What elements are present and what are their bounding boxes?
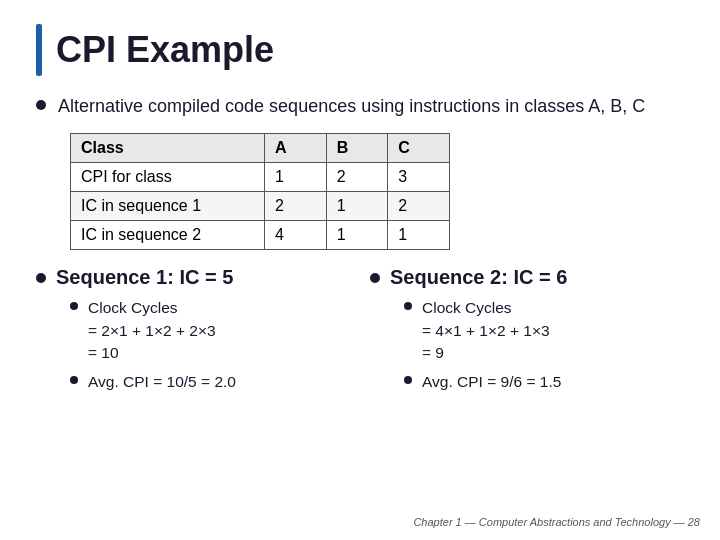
two-col-section: Sequence 1: IC = 5 Clock Cycles = 2×1 + … <box>36 266 684 399</box>
sequence1-col: Sequence 1: IC = 5 Clock Cycles = 2×1 + … <box>36 266 350 399</box>
seq2-sub-dot-1 <box>404 302 412 310</box>
row3-b: 1 <box>326 221 388 250</box>
bullet-dot <box>36 100 46 110</box>
seq2-bullet-dot <box>370 273 380 283</box>
seq1-clock-text: Clock Cycles = 2×1 + 1×2 + 2×3 = 10 <box>88 297 216 364</box>
title-bar: CPI Example <box>36 24 684 76</box>
sequence2-col: Sequence 2: IC = 6 Clock Cycles = 4×1 + … <box>370 266 684 399</box>
seq1-bullet-dot <box>36 273 46 283</box>
seq1-clock-bullet: Clock Cycles = 2×1 + 1×2 + 2×3 = 10 <box>70 297 350 364</box>
seq1-sub-dot-1 <box>70 302 78 310</box>
seq1-avg-bullet: Avg. CPI = 10/5 = 2.0 <box>70 371 350 393</box>
table-row: IC in sequence 2 4 1 1 <box>71 221 450 250</box>
seq1-header: Sequence 1: IC = 5 <box>36 266 350 289</box>
row2-label: IC in sequence 1 <box>71 192 265 221</box>
slide-title: CPI Example <box>56 29 274 71</box>
seq2-clock-text: Clock Cycles = 4×1 + 1×2 + 1×3 = 9 <box>422 297 550 364</box>
row1-label: CPI for class <box>71 163 265 192</box>
row2-c: 2 <box>388 192 450 221</box>
seq2-sub-bullets: Clock Cycles = 4×1 + 1×2 + 1×3 = 9 Avg. … <box>404 297 684 393</box>
seq2-avg-bullet: Avg. CPI = 9/6 = 1.5 <box>404 371 684 393</box>
table-wrap: Class A B C CPI for class 1 2 3 IC in se… <box>70 133 684 250</box>
col-a: A <box>265 134 327 163</box>
seq1-header-text: Sequence 1: IC = 5 <box>56 266 233 289</box>
row3-c: 1 <box>388 221 450 250</box>
col-b: B <box>326 134 388 163</box>
slide: CPI Example Alternative compiled code se… <box>0 0 720 540</box>
cpi-table: Class A B C CPI for class 1 2 3 IC in se… <box>70 133 450 250</box>
row1-c: 3 <box>388 163 450 192</box>
seq2-clock-bullet: Clock Cycles = 4×1 + 1×2 + 1×3 = 9 <box>404 297 684 364</box>
row1-a: 1 <box>265 163 327 192</box>
seq2-header: Sequence 2: IC = 6 <box>370 266 684 289</box>
table-header-row: Class A B C <box>71 134 450 163</box>
table-row: IC in sequence 1 2 1 2 <box>71 192 450 221</box>
row3-label: IC in sequence 2 <box>71 221 265 250</box>
seq1-sub-bullets: Clock Cycles = 2×1 + 1×2 + 2×3 = 10 Avg.… <box>70 297 350 393</box>
footer: Chapter 1 — Computer Abstractions and Te… <box>413 516 700 528</box>
seq2-avg-text: Avg. CPI = 9/6 = 1.5 <box>422 371 561 393</box>
row1-b: 2 <box>326 163 388 192</box>
footer-text: Chapter 1 — Computer Abstractions and Te… <box>413 516 700 528</box>
table-row: CPI for class 1 2 3 <box>71 163 450 192</box>
intro-bullet-text: Alternative compiled code sequences usin… <box>58 94 645 119</box>
seq2-header-text: Sequence 2: IC = 6 <box>390 266 567 289</box>
seq1-avg-text: Avg. CPI = 10/5 = 2.0 <box>88 371 236 393</box>
title-accent <box>36 24 42 76</box>
col-c: C <box>388 134 450 163</box>
row3-a: 4 <box>265 221 327 250</box>
intro-bullet: Alternative compiled code sequences usin… <box>36 94 684 119</box>
row2-a: 2 <box>265 192 327 221</box>
seq2-sub-dot-2 <box>404 376 412 384</box>
col-class: Class <box>71 134 265 163</box>
seq1-sub-dot-2 <box>70 376 78 384</box>
row2-b: 1 <box>326 192 388 221</box>
